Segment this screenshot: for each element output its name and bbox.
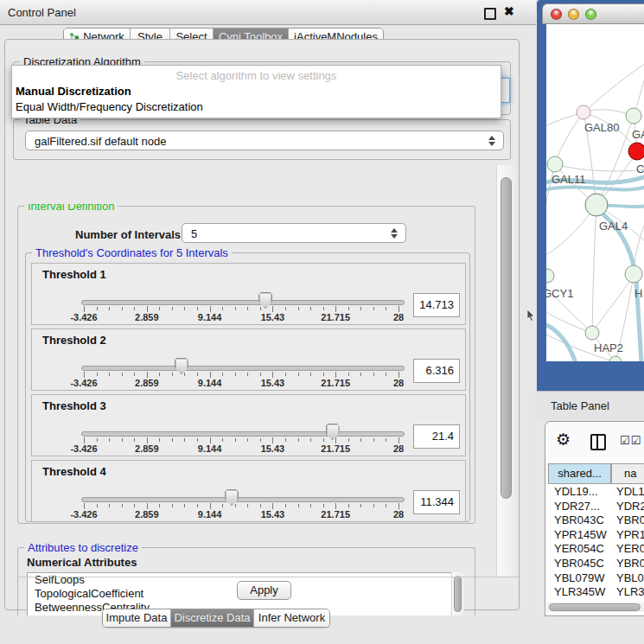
table-cell[interactable]: YPR1 <box>616 528 644 541</box>
network-node-label: H <box>634 287 642 300</box>
tick-label: -3.426 <box>70 509 97 520</box>
network-node[interactable] <box>585 194 608 216</box>
slider-thumb[interactable] <box>326 424 340 440</box>
major-tick <box>210 437 211 443</box>
minor-tick <box>159 504 160 507</box>
apply-button[interactable]: Apply <box>237 581 291 600</box>
network-node[interactable] <box>625 265 642 283</box>
attributes-list-scrollbar[interactable] <box>451 572 464 615</box>
minor-tick <box>310 504 311 507</box>
table-row[interactable]: YBR043CYBR0 <box>545 513 644 527</box>
num-intervals-select[interactable]: 5 <box>182 223 406 243</box>
table-cell[interactable]: YLR345W <box>554 585 605 598</box>
table-cell[interactable]: YER0 <box>616 542 644 555</box>
table-row[interactable]: YER054CYER0 <box>545 541 644 556</box>
minor-tick <box>197 438 198 442</box>
combo-stepper-icon <box>391 228 398 239</box>
columns-icon[interactable] <box>590 434 606 450</box>
network-window-titlebar[interactable] <box>542 3 644 24</box>
major-tick <box>399 437 399 443</box>
minor-tick <box>298 373 299 376</box>
table-row[interactable]: YDL19...YDL1 <box>545 484 644 499</box>
threshold-value-field[interactable]: 14.713 <box>413 293 460 317</box>
tab-discretize-data[interactable]: Discretize Data <box>171 609 254 627</box>
float-window-icon[interactable] <box>484 8 496 20</box>
minor-tick <box>386 438 386 442</box>
tab-impute-data[interactable]: Impute Data <box>103 609 171 627</box>
network-canvas[interactable]: GAL80GACGAL11GAL4HGCY1HAP2 <box>546 24 644 361</box>
table-cell[interactable]: YLR3 <box>616 585 644 598</box>
table-cell[interactable]: YER054C <box>554 542 604 555</box>
table-cell[interactable]: YBL079W <box>554 571 605 584</box>
minor-tick <box>184 438 185 442</box>
table-cell[interactable]: YDL1 <box>616 485 644 498</box>
main-scrollbar-thumb[interactable] <box>501 177 512 499</box>
bottom-tab-bar: Impute DataDiscretize DataInfer Network <box>102 609 330 628</box>
table-row[interactable]: YLR345WYLR3 <box>545 584 644 599</box>
mac-zoom-button[interactable] <box>585 9 596 20</box>
table-horizontal-scrollbar-thumb[interactable] <box>549 603 641 611</box>
slider-track[interactable] <box>81 497 405 502</box>
minor-tick <box>159 307 160 310</box>
algorithm-option[interactable]: Equal Width/Frequency Discretization <box>16 100 203 113</box>
table-cell[interactable]: YDR2 <box>616 500 644 513</box>
table-cell[interactable]: YDL19... <box>554 485 598 498</box>
major-tick <box>272 306 273 312</box>
tab-infer-network[interactable]: Infer Network <box>254 609 329 627</box>
minor-tick <box>122 504 123 507</box>
tick-label: 21.715 <box>321 443 350 454</box>
slider-track[interactable] <box>81 300 405 305</box>
threshold-value-field[interactable]: 21.4 <box>413 424 460 449</box>
attributes-list-scrollbar-thumb[interactable] <box>454 576 462 612</box>
minor-tick <box>373 504 374 507</box>
network-node[interactable] <box>547 156 563 172</box>
table-cell[interactable]: YBL0 <box>616 571 644 584</box>
slider-track[interactable] <box>81 366 405 371</box>
table-cell[interactable]: YBR0 <box>616 557 644 570</box>
minor-tick <box>222 438 223 442</box>
threshold-value-field[interactable]: 6.316 <box>413 359 460 383</box>
minor-tick <box>386 504 386 507</box>
major-tick <box>147 503 148 509</box>
algorithm-option[interactable]: Manual Discretization <box>16 85 131 98</box>
table-horizontal-scrollbar[interactable] <box>546 603 644 612</box>
scroll-viewport: Interval Definition Number of Intervals … <box>13 204 501 615</box>
main-scrollbar[interactable] <box>496 165 515 577</box>
slider-thumb[interactable] <box>225 489 239 506</box>
threshold-value-field[interactable]: 11.344 <box>413 490 460 514</box>
slider-track[interactable] <box>81 431 405 437</box>
table-cell[interactable]: YBR043C <box>554 513 604 526</box>
network-node[interactable] <box>546 269 554 283</box>
tick-label: 9.144 <box>198 312 222 322</box>
table-row[interactable]: YPR145WYPR1 <box>545 527 644 542</box>
mac-minimize-button[interactable] <box>568 9 579 20</box>
minor-tick <box>197 373 198 376</box>
minor-tick <box>298 307 299 310</box>
table-row[interactable]: YBR045CYBR0 <box>545 556 644 571</box>
table-row[interactable]: YBL079WYBL0 <box>545 571 644 585</box>
table-data-select[interactable]: galFiltered.sif default node <box>25 131 504 150</box>
panel-title: Control Panel <box>8 6 76 19</box>
network-node[interactable] <box>626 108 641 124</box>
threshold-panel: Threshold 3-3.4262.8599.14415.4321.71528… <box>31 394 466 456</box>
select-columns-checkboxes-icon[interactable]: ☑☑ <box>620 434 641 447</box>
table-cell[interactable]: YBR045C <box>554 557 604 570</box>
table-row[interactable]: YDR27...YDR2 <box>545 499 644 513</box>
minor-tick <box>360 373 361 376</box>
gear-icon[interactable]: ⚙ <box>556 431 571 448</box>
tab-label: Infer Network <box>258 609 325 627</box>
table-column-header[interactable]: na <box>611 463 644 484</box>
table-cell[interactable]: YDR27... <box>554 500 600 513</box>
slider-thumb[interactable] <box>175 358 188 374</box>
network-node[interactable] <box>577 105 590 119</box>
table-column-header[interactable]: shared... <box>548 463 611 484</box>
network-node[interactable] <box>628 143 644 160</box>
network-node[interactable] <box>585 326 599 340</box>
network-edge <box>583 63 644 112</box>
table-cell[interactable]: YPR145W <box>554 528 607 541</box>
minor-tick <box>260 307 261 310</box>
table-cell[interactable]: YBR0 <box>616 513 644 526</box>
threshold-panel: Threshold 2-3.4262.8599.14415.4321.71528… <box>31 328 466 391</box>
close-icon[interactable]: ✖ <box>504 4 514 18</box>
mac-close-button[interactable] <box>551 9 562 20</box>
